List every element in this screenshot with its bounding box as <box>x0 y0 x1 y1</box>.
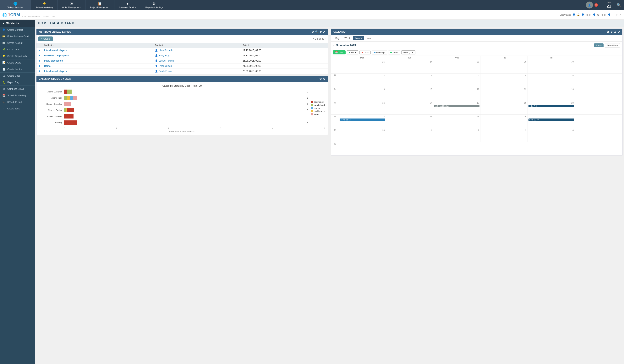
nav-reports[interactable]: ⚙ Reports & Settings <box>141 0 168 10</box>
cal-today-button[interactable]: Today <box>594 43 603 47</box>
cal-day-cell[interactable]: 30 <box>528 60 575 73</box>
nav-service[interactable]: ♥ Customer Service <box>114 0 141 10</box>
cal-day-cell[interactable]: 25 <box>433 115 481 128</box>
table-row[interactable]: Follow-up on proposal 👤 Emily Riggio 11.… <box>36 53 328 58</box>
tab-year[interactable]: Year <box>364 36 374 40</box>
cal-day-cell[interactable]: 24 <box>386 115 433 128</box>
cal-day-cell[interactable]: 30 <box>339 128 386 142</box>
cal-day-cell[interactable]: 12 <box>480 87 528 101</box>
sidebar-item-report-bug[interactable]: 🐛 Report Bug <box>0 79 35 86</box>
cal-prev-month-button[interactable]: ‹ <box>333 44 334 47</box>
chart-bar-row[interactable]: Pending 5 <box>39 120 308 125</box>
chart-bar-row[interactable]: Closed - No Fault 3 <box>39 114 308 119</box>
sidebar-item-create-case[interactable]: 🗂 Create Case <box>0 73 35 79</box>
lv-grid3-icon[interactable]: ⊞ <box>601 13 603 16</box>
tab-week[interactable]: Week <box>342 36 353 40</box>
inbox-search-icon[interactable]: 🔍 <box>315 30 318 33</box>
cal-day-cell[interactable]: 10 <box>386 87 433 101</box>
inbox-expand-icon[interactable]: ⤢ <box>323 30 325 33</box>
cal-day-cell[interactable]: 9 <box>339 87 386 101</box>
cal-next-month-button[interactable]: › <box>357 44 358 47</box>
inbox-settings-icon[interactable]: ⚙ <box>312 30 314 33</box>
nav-today[interactable]: 🌐 Today's Activities <box>0 0 31 10</box>
inbox-create-button[interactable]: ✏ Create <box>38 36 53 41</box>
cal-day-cell[interactable]: 13 <box>528 87 575 101</box>
sidebar-item-create-account[interactable]: 🏢 Create Account <box>0 40 35 46</box>
sidebar-item-create-quote[interactable]: 📝 Create Quote <box>0 59 35 66</box>
filter-calls[interactable]: Calls <box>360 51 371 54</box>
layout-toggle-icon[interactable]: ☰ <box>77 22 79 25</box>
cal-day-cell[interactable]: 1 <box>386 128 433 142</box>
table-row[interactable]: Demo 👤 Fredrick Isom 21.08.2015, 02:00 <box>36 63 328 69</box>
user-avatar[interactable]: 👤 <box>586 1 593 8</box>
email-contact[interactable]: 👤 Emily Riggio <box>153 53 241 58</box>
email-subject[interactable]: Introduce all players <box>42 69 153 74</box>
cal-day-cell[interactable]: 16 <box>339 101 386 114</box>
sidebar-item-create-lead[interactable]: 🌱 Create Lead <box>0 46 35 53</box>
lv-settings-icon[interactable]: ⚙ <box>597 13 599 16</box>
sidebar-item-business-card[interactable]: 💳 Enter Business Card <box>0 33 35 40</box>
table-row[interactable]: Introduce all players 👤 Lilian Bozarth 1… <box>36 48 328 53</box>
nav-sales[interactable]: ⚡ Sales & Marketing <box>31 0 57 10</box>
cases-refresh-icon[interactable]: ↻ <box>323 78 325 80</box>
tab-day[interactable]: Day <box>333 36 342 40</box>
cal-print-icon[interactable]: 🖨 <box>614 30 617 33</box>
nav-projects[interactable]: 📋 Project Management <box>85 0 115 10</box>
prev-page-icon[interactable]: ‹ <box>313 37 314 40</box>
cal-day-cell[interactable]: 207:15-7:45 <box>528 101 575 114</box>
tab-month[interactable]: Month <box>353 36 364 40</box>
cal-day-cell[interactable]: 17 <box>386 101 433 114</box>
cases-settings-icon[interactable]: ⚙ <box>319 78 322 80</box>
lv-minus-icon[interactable]: — <box>612 13 615 16</box>
cal-day-cell[interactable]: 19 <box>480 101 528 114</box>
filter-activities[interactable]: 📅 Me ▾ <box>333 50 346 54</box>
cal-day-cell[interactable]: 278:45-10:30 <box>528 115 575 128</box>
cal-day-cell[interactable]: 26 <box>480 115 528 128</box>
sidebar-item-create-contact[interactable]: 👤 Create Contact <box>0 27 35 33</box>
search-icon[interactable]: 🔍 <box>614 3 624 7</box>
email-subject[interactable]: Demo <box>42 63 153 69</box>
lv-grid2-icon[interactable]: ⊞ <box>589 13 591 16</box>
email-contact[interactable]: 👤 Lemuel Foutch <box>153 58 241 63</box>
cal-event[interactable]: Buß- und Bettag <box>434 105 480 107</box>
filter-tasks[interactable]: Tasks <box>388 51 400 54</box>
lv-person2-icon[interactable]: 👤 <box>593 13 596 16</box>
sidebar-item-schedule-meeting[interactable]: 📅 Schedule Meeting <box>0 92 35 99</box>
cal-day-cell[interactable]: 2 <box>433 128 481 142</box>
cal-day-cell[interactable]: 3 <box>386 74 433 87</box>
chart-bar-row[interactable]: Active - New 5 <box>39 96 308 100</box>
next-page-icon[interactable]: › <box>325 37 326 40</box>
lv-grid4-icon[interactable]: ⊞ <box>604 13 606 16</box>
cal-day-cell[interactable]: 29 <box>480 60 528 73</box>
cal-day-cell[interactable]: 3 <box>480 128 528 142</box>
cal-day-cell[interactable]: 27 <box>386 60 433 73</box>
cal-refresh-icon[interactable]: ↻ <box>610 30 613 33</box>
chart-bar-row[interactable]: Closed - Complete 2 <box>39 102 308 106</box>
lv-grid-icon[interactable]: ⊞ <box>586 13 588 16</box>
sidebar-item-compose-email[interactable]: ✉ Compose Email <box>0 86 35 92</box>
nav-orders[interactable]: ✉ Order Management <box>57 0 85 10</box>
cal-expand-icon[interactable]: ⤢ <box>618 30 620 33</box>
email-contact[interactable]: 👤 Lilian Bozarth <box>153 48 241 53</box>
cal-settings-icon[interactable]: ⚙ <box>607 30 609 33</box>
cal-day-cell[interactable]: 2318:45-21:15 <box>339 115 386 128</box>
email-subject[interactable]: Introduce all players <box>42 48 153 53</box>
cal-day-cell[interactable]: 6 <box>528 74 575 87</box>
cal-day-cell[interactable]: 18Buß- und Bettag <box>433 101 481 114</box>
inbox-refresh-icon[interactable]: ↻ <box>319 30 322 33</box>
sidebar-item-create-task[interactable]: ✓ Create Task <box>0 105 35 112</box>
cal-day-cell[interactable]: 26 <box>339 60 386 73</box>
table-row[interactable]: Initial discussion 👤 Lemuel Foutch 25.08… <box>36 58 328 63</box>
lv-user-icon[interactable]: 👤 <box>572 13 575 16</box>
filter-me[interactable]: Me ▾ <box>347 50 358 54</box>
lv-person3-icon[interactable]: 👤 <box>608 13 611 16</box>
lv-grid5-icon[interactable]: ⊞ <box>616 13 618 16</box>
cal-day-cell[interactable]: 5 <box>480 74 528 87</box>
filter-more[interactable]: More (1) ▾ <box>401 50 416 54</box>
logo[interactable]: 🌐 1CRM SET COMPANY INFO TO CHANGE LOGO <box>2 12 55 17</box>
lv-lock-icon[interactable]: 🔒 <box>577 13 580 16</box>
cal-day-cell[interactable]: 4 <box>433 74 481 87</box>
email-subject[interactable]: Initial discussion <box>42 58 153 63</box>
chart-bar-row[interactable]: Active - Assigned 2 <box>39 90 308 94</box>
cal-select-date-button[interactable]: Select Date <box>605 43 620 48</box>
